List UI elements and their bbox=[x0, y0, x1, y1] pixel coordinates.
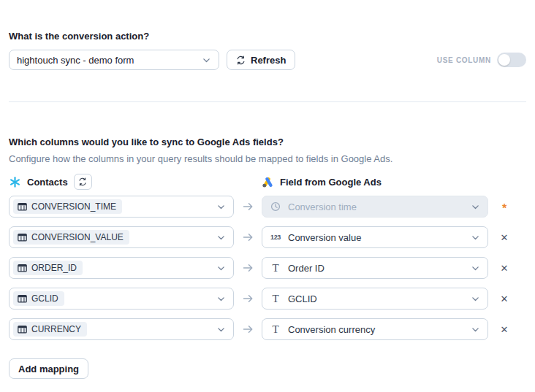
clock-icon bbox=[270, 201, 281, 212]
chevron-down-icon bbox=[471, 233, 480, 242]
chevron-down-icon bbox=[216, 233, 226, 242]
table-icon bbox=[18, 202, 27, 211]
text-type-icon: T bbox=[270, 263, 281, 274]
mapping-title: Which columns would you like to sync to … bbox=[9, 137, 526, 147]
source-column-select[interactable]: GCLID bbox=[9, 288, 234, 310]
chevron-down-icon bbox=[216, 325, 226, 334]
source-column-name: CONVERSION_TIME bbox=[31, 201, 116, 212]
table-icon bbox=[18, 233, 27, 242]
source-table-label: Contacts bbox=[27, 177, 68, 188]
destination-field-label: Order ID bbox=[288, 263, 464, 274]
source-column-badge: CONVERSION_VALUE bbox=[13, 230, 129, 245]
remove-mapping-button[interactable]: ✕ bbox=[498, 230, 512, 245]
source-column-badge: CONVERSION_TIME bbox=[13, 199, 122, 214]
x-icon: ✕ bbox=[501, 293, 509, 304]
table-icon bbox=[18, 264, 27, 272]
x-icon: ✕ bbox=[501, 232, 509, 243]
toggle-knob bbox=[498, 54, 510, 66]
section-divider bbox=[9, 101, 526, 102]
refresh-icon bbox=[78, 177, 87, 186]
source-refresh-button[interactable] bbox=[74, 174, 92, 190]
refresh-icon bbox=[236, 55, 246, 65]
refresh-button[interactable]: Refresh bbox=[227, 50, 295, 70]
text-type-icon: T bbox=[270, 293, 281, 304]
use-column-control: USE COLUMN bbox=[437, 53, 526, 67]
destination-field-select[interactable]: T Conversion currency bbox=[262, 318, 488, 340]
x-icon: ✕ bbox=[501, 324, 509, 335]
source-column-name: CONVERSION_VALUE bbox=[31, 232, 124, 242]
chevron-down-icon bbox=[471, 294, 480, 304]
required-asterisk: * bbox=[502, 199, 506, 215]
source-header: Contacts bbox=[9, 174, 234, 190]
source-column-select[interactable]: CONVERSION_VALUE bbox=[9, 226, 234, 248]
mapping-row: CONVERSION_TIME Conversion time * bbox=[9, 196, 526, 218]
chevron-down-icon bbox=[216, 264, 226, 273]
destination-field-label: Conversion time bbox=[288, 201, 464, 212]
source-column-select[interactable]: CURRENCY bbox=[9, 318, 234, 340]
mapping-rows: CONVERSION_TIME Conversion time * bbox=[9, 196, 526, 340]
source-column-select[interactable]: CONVERSION_TIME bbox=[9, 196, 234, 218]
chevron-down-icon bbox=[471, 264, 480, 273]
sync-config-panel: What is the conversion action? hightouch… bbox=[0, 0, 535, 379]
conversion-action-row: hightouch sync - demo form Refresh USE C… bbox=[9, 50, 526, 70]
conversion-action-select[interactable]: hightouch sync - demo form bbox=[9, 50, 219, 70]
mapping-arrow-icon bbox=[234, 323, 262, 335]
source-column-name: ORDER_ID bbox=[31, 263, 77, 273]
mapping-arrow-icon bbox=[234, 201, 262, 212]
mapping-arrow-icon bbox=[234, 262, 262, 274]
chevron-down-icon bbox=[202, 55, 211, 65]
snowflake-icon bbox=[9, 176, 21, 188]
mapping-row: ORDER_ID T Order ID ✕ bbox=[9, 257, 526, 279]
source-column-name: CURRENCY bbox=[31, 324, 81, 334]
destination-field-label: GCLID bbox=[288, 293, 464, 304]
text-type-icon: T bbox=[270, 324, 281, 335]
conversion-action-selected-value: hightouch sync - demo form bbox=[17, 55, 134, 66]
destination-header-label: Field from Google Ads bbox=[280, 177, 382, 188]
mapping-arrow-icon bbox=[234, 293, 262, 304]
remove-mapping-button[interactable]: ✕ bbox=[498, 322, 512, 337]
remove-mapping-button[interactable]: ✕ bbox=[498, 261, 512, 276]
destination-field-select[interactable]: 123 Conversion value bbox=[262, 226, 488, 248]
conversion-action-question: What is the conversion action? bbox=[9, 0, 526, 42]
google-ads-icon bbox=[262, 176, 274, 188]
source-column-badge: CURRENCY bbox=[13, 322, 87, 337]
source-column-badge: GCLID bbox=[13, 291, 64, 306]
table-icon bbox=[18, 325, 27, 334]
source-column-name: GCLID bbox=[31, 293, 58, 304]
source-column-badge: ORDER_ID bbox=[13, 261, 83, 275]
chevron-down-icon bbox=[216, 202, 226, 212]
chevron-down-icon bbox=[471, 325, 480, 334]
mapping-column-headers: Contacts Field from Google Ads bbox=[9, 173, 526, 191]
mapping-row: CONVERSION_VALUE 123 Conversion value ✕ bbox=[9, 226, 526, 248]
add-mapping-button[interactable]: Add mapping bbox=[9, 358, 88, 379]
mapping-description: Configure how the columns in your query … bbox=[9, 153, 526, 164]
x-icon: ✕ bbox=[501, 263, 509, 274]
mapping-row: CURRENCY T Conversion currency ✕ bbox=[9, 318, 526, 340]
chevron-down-icon bbox=[216, 294, 226, 304]
destination-field-label: Conversion currency bbox=[288, 324, 464, 335]
destination-header: Field from Google Ads bbox=[262, 176, 488, 188]
chevron-down-icon bbox=[471, 202, 480, 212]
remove-mapping-button[interactable]: ✕ bbox=[498, 291, 512, 307]
table-icon bbox=[18, 294, 27, 303]
use-column-toggle[interactable] bbox=[497, 53, 526, 67]
mapping-row: GCLID T GCLID ✕ bbox=[9, 288, 526, 310]
refresh-button-label: Refresh bbox=[251, 55, 286, 66]
source-column-select[interactable]: ORDER_ID bbox=[9, 257, 234, 279]
number-icon: 123 bbox=[270, 234, 281, 241]
destination-field-select[interactable]: T Order ID bbox=[262, 257, 488, 279]
destination-field-select[interactable]: Conversion time bbox=[262, 196, 488, 218]
destination-field-select[interactable]: T GCLID bbox=[262, 288, 488, 310]
destination-field-label: Conversion value bbox=[288, 232, 464, 243]
mapping-arrow-icon bbox=[234, 231, 262, 243]
use-column-label: USE COLUMN bbox=[437, 56, 491, 64]
